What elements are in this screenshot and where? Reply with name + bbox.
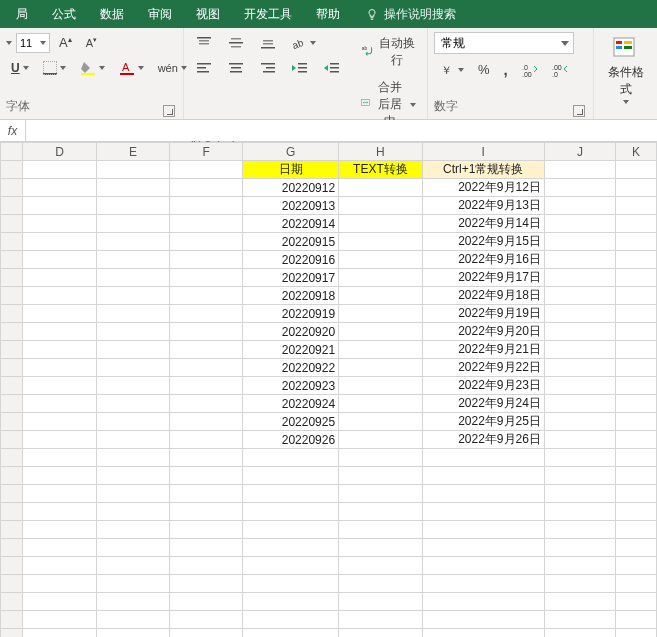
cell[interactable] [544,611,615,629]
increase-font-button[interactable]: A▴ [54,32,77,53]
cell[interactable]: 2022年9月16日 [422,251,544,269]
cell[interactable] [616,521,657,539]
number-format-select[interactable]: 常规 [434,32,574,54]
cell[interactable] [339,179,423,197]
cell[interactable]: 2022年9月13日 [422,197,544,215]
cell[interactable] [544,467,615,485]
cell[interactable]: 2022年9月26日 [422,431,544,449]
row-header[interactable] [1,557,23,575]
cell[interactable] [339,359,423,377]
cell[interactable] [339,233,423,251]
cell[interactable] [544,341,615,359]
cell[interactable] [339,413,423,431]
cell[interactable] [96,161,169,179]
cell[interactable] [23,323,96,341]
cell[interactable]: 20220920 [243,323,339,341]
cell[interactable] [339,575,423,593]
cell[interactable] [23,485,96,503]
cell[interactable] [544,215,615,233]
cell[interactable]: 20220916 [243,251,339,269]
cell[interactable] [170,251,243,269]
row-header[interactable] [1,431,23,449]
decrease-font-button[interactable]: A▾ [81,33,102,52]
cell[interactable] [23,215,96,233]
cell[interactable] [616,287,657,305]
cell[interactable] [544,197,615,215]
cell[interactable] [616,629,657,638]
row-header[interactable] [1,593,23,611]
cell[interactable] [23,611,96,629]
borders-button[interactable] [38,58,71,78]
cell[interactable] [170,395,243,413]
cell[interactable] [339,449,423,467]
cell[interactable] [339,431,423,449]
cell[interactable] [96,305,169,323]
cell[interactable] [23,341,96,359]
cell[interactable] [243,503,339,521]
cell[interactable] [544,575,615,593]
cell[interactable] [23,593,96,611]
select-all-corner[interactable] [1,143,23,161]
tab-formulas[interactable]: 公式 [40,0,88,28]
cell[interactable] [23,269,96,287]
font-color-button[interactable]: A [114,57,149,79]
col-header-J[interactable]: J [544,143,615,161]
cell[interactable] [243,539,339,557]
row-header[interactable] [1,233,23,251]
cell[interactable] [96,341,169,359]
cell[interactable] [339,323,423,341]
font-size-caret[interactable] [40,41,46,45]
col-header-H[interactable]: H [339,143,423,161]
merge-center-caret[interactable] [410,103,416,107]
col-header-I[interactable]: I [422,143,544,161]
cell[interactable] [544,485,615,503]
row-header[interactable] [1,215,23,233]
spreadsheet-grid[interactable]: D E F G H I J K 日期TEXT转换Ctrl+1常规转换202209… [0,142,657,637]
cell[interactable] [96,251,169,269]
cell[interactable] [544,557,615,575]
cell[interactable] [616,413,657,431]
cell[interactable] [544,305,615,323]
cell[interactable] [544,539,615,557]
font-dialog-launcher[interactable] [163,105,175,117]
decrease-indent-button[interactable] [286,58,314,78]
cell[interactable] [170,521,243,539]
cell[interactable] [96,215,169,233]
col-header-D[interactable]: D [23,143,96,161]
cell[interactable]: 2022年9月21日 [422,341,544,359]
row-header[interactable] [1,287,23,305]
cell[interactable] [170,431,243,449]
cell[interactable] [170,323,243,341]
cell[interactable] [96,629,169,638]
cell-header-ctrl1[interactable]: Ctrl+1常规转换 [422,161,544,179]
cell[interactable]: 2022年9月23日 [422,377,544,395]
row-header[interactable] [1,467,23,485]
row-header[interactable] [1,179,23,197]
cell[interactable]: 20220913 [243,197,339,215]
font-family-dropdown-caret[interactable] [6,41,12,45]
cell[interactable] [339,269,423,287]
cell[interactable]: 2022年9月20日 [422,323,544,341]
cell[interactable] [339,341,423,359]
cell[interactable] [339,251,423,269]
cell[interactable] [170,485,243,503]
cell[interactable] [170,359,243,377]
cell[interactable] [96,521,169,539]
cell[interactable] [422,485,544,503]
cell[interactable] [243,629,339,638]
cell[interactable]: 2022年9月18日 [422,287,544,305]
cell[interactable] [339,503,423,521]
cell[interactable] [170,503,243,521]
cell[interactable] [170,575,243,593]
cell[interactable] [544,161,615,179]
cell[interactable] [243,575,339,593]
cell[interactable] [96,179,169,197]
align-middle-button[interactable] [222,33,250,53]
cell[interactable] [544,521,615,539]
row-header[interactable] [1,539,23,557]
cell[interactable] [422,521,544,539]
cell[interactable] [23,395,96,413]
cell[interactable] [339,485,423,503]
row-header[interactable] [1,575,23,593]
cell[interactable] [23,521,96,539]
